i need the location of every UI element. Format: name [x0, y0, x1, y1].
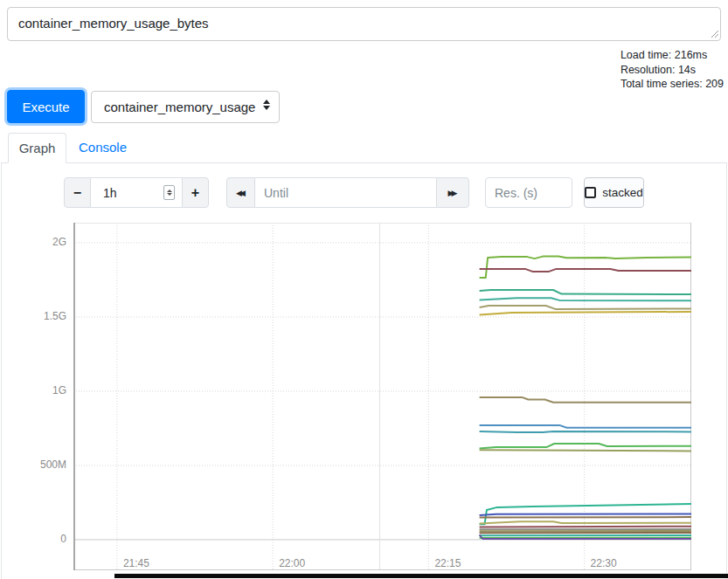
load-time: Load time: 216ms [621, 48, 724, 63]
bottom-black-bar [114, 574, 728, 578]
stacked-toggle-button[interactable]: stacked [584, 177, 644, 208]
tab-graph[interactable]: Graph [8, 133, 66, 163]
total-time-series: Total time series: 209 [621, 77, 724, 92]
range-input[interactable]: 1h [91, 177, 182, 208]
execute-button[interactable]: Execute [7, 90, 85, 123]
plus-icon: + [191, 186, 199, 200]
stepper-icon[interactable] [163, 185, 175, 200]
query-stats: Load time: 216ms Resolution: 14s Total t… [621, 48, 724, 92]
time-forward-button[interactable]: ▶▶ [436, 177, 469, 208]
resolution-input[interactable] [485, 177, 572, 208]
until-input[interactable] [255, 177, 436, 208]
range-decrease-button[interactable]: − [64, 177, 91, 208]
query-input[interactable] [7, 7, 721, 41]
resolution: Resolution: 14s [621, 63, 724, 78]
metric-select-value: container_memory_usage [104, 100, 255, 114]
tabs-divider [1, 162, 727, 163]
y-tick-label: 1G [0, 384, 66, 396]
y-tick-label: 2G [0, 236, 66, 248]
y-tick-label: 1.5G [0, 310, 66, 322]
minus-icon: − [73, 186, 81, 200]
y-tick-label: 0 [0, 533, 66, 545]
checkbox-icon [585, 187, 596, 198]
forward-icon: ▶▶ [448, 189, 458, 197]
prometheus-expression-browser: Load time: 216ms Resolution: 14s Total t… [0, 0, 728, 579]
select-updown-icon [263, 100, 270, 110]
range-value: 1h [103, 186, 117, 200]
time-back-button[interactable]: ◀◀ [226, 177, 255, 208]
y-tick-label: 500M [0, 458, 66, 471]
stacked-label: stacked [602, 186, 643, 199]
range-increase-button[interactable]: + [182, 177, 209, 208]
plot-area[interactable] [73, 223, 691, 570]
rewind-icon: ◀◀ [236, 189, 246, 197]
tab-console[interactable]: Console [79, 140, 127, 155]
metric-select[interactable]: container_memory_usage [91, 91, 280, 123]
